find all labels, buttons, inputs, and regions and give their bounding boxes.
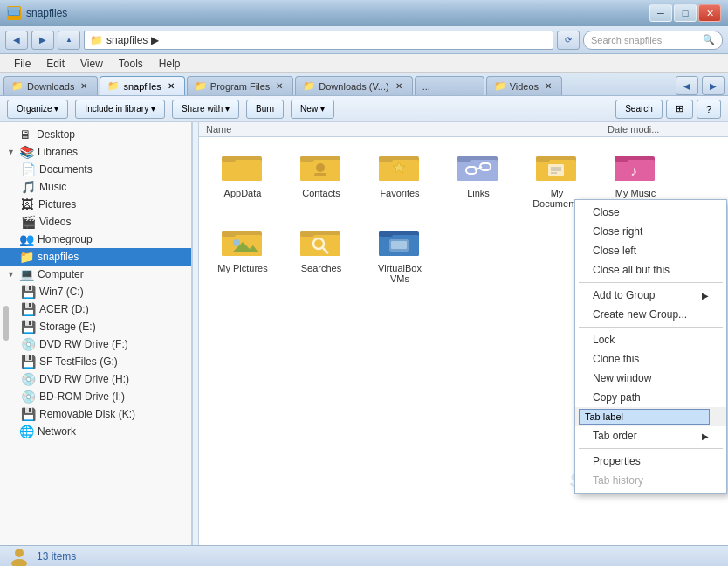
include-library-button[interactable]: Include in library ▾ bbox=[75, 100, 165, 119]
tab-close-downloads-1[interactable]: ✕ bbox=[78, 80, 90, 93]
tab-close-videos[interactable]: ✕ bbox=[542, 80, 554, 93]
svg-rect-39 bbox=[300, 231, 314, 237]
content-panel: Name Date modi... AppData bbox=[199, 122, 728, 545]
svg-rect-34 bbox=[222, 231, 236, 237]
ctx-close-right[interactable]: Close right bbox=[575, 222, 726, 241]
nav-next-tab[interactable]: ▶ bbox=[702, 76, 725, 95]
minimize-button[interactable]: ─ bbox=[649, 4, 672, 22]
nav-item-pictures[interactable]: 🖼 Pictures bbox=[0, 196, 191, 213]
svg-rect-17 bbox=[457, 156, 471, 162]
ctx-close[interactable]: Close bbox=[575, 203, 726, 222]
address-icon: 📁 bbox=[90, 34, 103, 46]
search-box[interactable]: Search snapfiles 🔍 bbox=[583, 31, 723, 50]
tab-close-programfiles[interactable]: ✕ bbox=[273, 80, 285, 93]
svg-rect-8 bbox=[300, 156, 314, 162]
folder-vm-icon bbox=[379, 224, 421, 259]
file-item-virtualbox[interactable]: VirtualBox VMs bbox=[365, 221, 435, 287]
tab-close-snapfiles[interactable]: ✕ bbox=[165, 80, 177, 93]
tab-close-downloads-2[interactable]: ✕ bbox=[393, 80, 405, 93]
file-item-links[interactable]: Links bbox=[443, 146, 513, 212]
ctx-lock[interactable]: Lock bbox=[575, 330, 726, 349]
nav-item-storagee[interactable]: 💾 Storage (E:) bbox=[0, 318, 191, 335]
ctx-close-all-but[interactable]: Close all but this bbox=[575, 260, 726, 280]
ctx-properties[interactable]: Properties bbox=[575, 452, 726, 471]
folder-icon bbox=[300, 149, 342, 184]
menu-help[interactable]: Help bbox=[152, 56, 188, 72]
tab-more[interactable]: ... bbox=[415, 76, 484, 95]
ctx-add-group[interactable]: Add to Group ▶ bbox=[575, 286, 726, 305]
ctx-tab-order[interactable]: Tab order ▶ bbox=[575, 426, 726, 445]
nav-item-music[interactable]: 🎵 Music bbox=[0, 178, 191, 196]
nav-panel: 🖥 Desktop ▼ 📚 Libraries 📄 Documents 🎵 Mu… bbox=[0, 122, 192, 545]
svg-rect-10 bbox=[314, 173, 326, 176]
nav-item-removablek[interactable]: 💾 Removable Disk (K:) bbox=[0, 405, 191, 423]
menu-edit[interactable]: Edit bbox=[39, 56, 72, 72]
nav-item-dvdf[interactable]: 💿 DVD RW Drive (F:) bbox=[0, 335, 191, 353]
ctx-copy-path[interactable]: Copy path bbox=[575, 388, 726, 407]
ctx-new-window[interactable]: New window bbox=[575, 369, 726, 388]
file-item-mypictures[interactable]: My Pictures bbox=[208, 221, 278, 287]
ctx-clone[interactable]: Clone this bbox=[575, 349, 726, 369]
refresh-button[interactable]: ⟳ bbox=[557, 31, 580, 50]
svg-rect-30 bbox=[615, 156, 628, 162]
file-item-favorites[interactable]: Favorites bbox=[365, 146, 435, 212]
tab-downloads-1[interactable]: 📁 Downloads ✕ bbox=[3, 76, 98, 95]
view-toggle-button[interactable]: ⊞ bbox=[666, 100, 693, 119]
resize-handle[interactable] bbox=[192, 122, 199, 545]
tab-icon: 📁 bbox=[303, 80, 315, 92]
submenu-arrow: ▶ bbox=[702, 291, 709, 300]
tab-label-input[interactable] bbox=[579, 409, 710, 424]
nav-item-snapfiles[interactable]: 📁 snapfiles bbox=[0, 248, 191, 266]
nav-item-acerd[interactable]: 💾 ACER (D:) bbox=[0, 300, 191, 318]
nav-item-dvdh[interactable]: 💿 DVD RW Drive (H:) bbox=[0, 370, 191, 388]
menu-file[interactable]: File bbox=[7, 56, 38, 72]
col-modified-header[interactable]: Date modi... bbox=[608, 124, 721, 135]
folder-search-icon bbox=[300, 224, 342, 259]
tab-icon: 📁 bbox=[195, 80, 207, 92]
maximize-button[interactable]: □ bbox=[674, 4, 697, 22]
main-area: 🖥 Desktop ▼ 📚 Libraries 📄 Documents 🎵 Mu… bbox=[0, 122, 728, 545]
file-item-appdata[interactable]: AppData bbox=[208, 146, 278, 212]
ctx-tab-history: Tab history bbox=[575, 471, 726, 490]
nav-item-documents[interactable]: 📄 Documents bbox=[0, 161, 191, 178]
nav-item-win7c[interactable]: 💾 Win7 (C:) bbox=[0, 283, 191, 300]
tab-videos[interactable]: 📁 Videos ✕ bbox=[486, 76, 562, 95]
menu-view[interactable]: View bbox=[73, 56, 110, 72]
col-name-header[interactable]: Name bbox=[206, 124, 608, 135]
nav-item-libraries[interactable]: ▼ 📚 Libraries bbox=[0, 143, 191, 161]
search-icon: 🔍 bbox=[703, 34, 715, 45]
tab-programfiles[interactable]: 📁 Program Files ✕ bbox=[187, 76, 293, 95]
share-with-button[interactable]: Share with ▾ bbox=[172, 100, 239, 119]
nav-item-computer[interactable]: ▼ 💻 Computer bbox=[0, 266, 191, 283]
svg-rect-2 bbox=[9, 10, 19, 15]
menu-bar: File Edit View Tools Help bbox=[0, 54, 728, 73]
nav-item-desktop[interactable]: 🖥 Desktop bbox=[0, 126, 191, 143]
menu-tools[interactable]: Tools bbox=[112, 56, 150, 72]
nav-item-network[interactable]: 🌐 Network bbox=[0, 423, 191, 440]
svg-point-48 bbox=[11, 559, 27, 567]
nav-item-homegroup[interactable]: 👥 Homegroup bbox=[0, 231, 191, 248]
svg-rect-13 bbox=[379, 156, 393, 162]
nav-item-sftestg[interactable]: 💾 SF TestFiles (G:) bbox=[0, 353, 191, 370]
nav-prev-tab[interactable]: ◀ bbox=[676, 76, 698, 95]
ctx-close-left[interactable]: Close left bbox=[575, 241, 726, 260]
tab-snapfiles[interactable]: 📁 snapfiles ✕ bbox=[100, 76, 184, 95]
nav-item-bdromi[interactable]: 💿 BD-ROM Drive (I:) bbox=[0, 388, 191, 405]
ctx-tab-label[interactable] bbox=[575, 407, 726, 426]
nav-item-videos[interactable]: 🎬 Videos bbox=[0, 213, 191, 231]
status-user-icon bbox=[9, 546, 30, 567]
file-item-searches[interactable]: Searches bbox=[286, 221, 356, 287]
forward-button[interactable]: ▶ bbox=[31, 31, 54, 50]
burn-button[interactable]: Burn bbox=[246, 100, 284, 119]
close-window-button[interactable]: ✕ bbox=[698, 4, 721, 22]
up-button[interactable]: ▲ bbox=[58, 31, 80, 50]
back-button[interactable]: ◀ bbox=[5, 31, 28, 50]
new-button[interactable]: New ▾ bbox=[291, 100, 334, 119]
ctx-create-group[interactable]: Create new Group... bbox=[575, 305, 726, 324]
help-button[interactable]: ? bbox=[697, 100, 721, 119]
search-tool-button[interactable]: Search bbox=[615, 100, 663, 119]
organize-button[interactable]: Organize ▾ bbox=[7, 100, 68, 119]
tab-downloads-2[interactable]: 📁 Downloads (V...) ✕ bbox=[295, 76, 412, 95]
file-item-contacts[interactable]: Contacts bbox=[286, 146, 356, 212]
address-path[interactable]: 📁 snapfiles ▶ bbox=[84, 31, 553, 50]
